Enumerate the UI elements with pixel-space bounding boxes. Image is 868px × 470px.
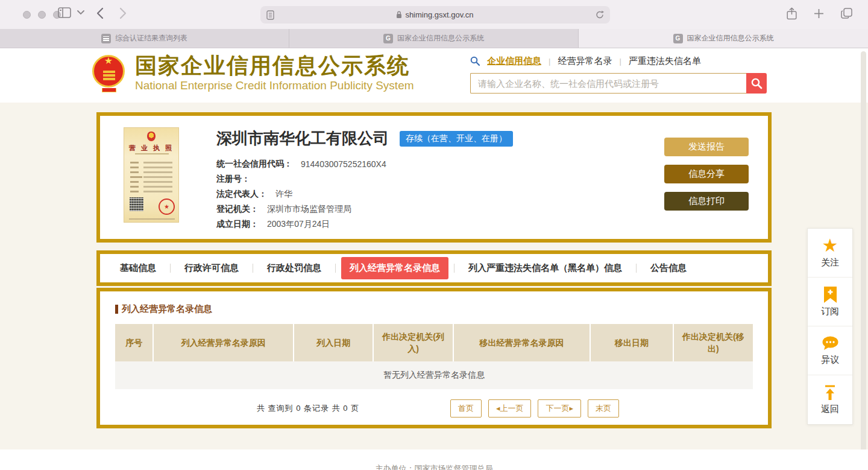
col-list-authority: 作出决定机关(列入) xyxy=(373,324,453,361)
browser-tab-bar: 综合认证结果查询列表 G 国家企业信用信息公示系统 G 国家企业信用信息公示系统 xyxy=(0,29,868,48)
back-button[interactable] xyxy=(96,7,104,19)
section-tab-bar: 基础信息 行政许可信息 行政处罚信息 列入经营异常名录信息 列入严重违法失信名单… xyxy=(96,250,772,286)
tab-title: 国家企业信用信息公示系统 xyxy=(687,33,774,43)
col-list-reason: 列入经营异常名录原因 xyxy=(153,324,294,361)
col-list-date: 列入日期 xyxy=(294,324,373,361)
site-title: 国家企业信用信息公示系统 xyxy=(135,54,414,78)
table-header-row: 序号 列入经营异常名录原因 列入日期 作出决定机关(列入) 移出经营异常名录原因… xyxy=(115,324,753,361)
info-share-button[interactable]: 信息分享 xyxy=(664,165,749,183)
license-qr-code xyxy=(130,197,143,211)
col-seq: 序号 xyxy=(115,324,153,361)
col-remove-authority: 作出决定机关(移出) xyxy=(673,324,753,361)
nav-link-enterprise-credit[interactable]: 企业信用信息 xyxy=(487,56,541,67)
site-footer: 主办单位：国家市场监督管理总局 xyxy=(0,449,868,470)
floating-action-widget: ★ 关注 订阅 异议 返回 xyxy=(807,228,853,425)
prev-page-button[interactable]: ◂上一页 xyxy=(488,399,532,418)
browser-tab-2[interactable]: G 国家企业信用信息公示系统 xyxy=(289,29,579,48)
title-marker xyxy=(115,305,118,314)
enterprise-search-input[interactable] xyxy=(470,73,746,94)
back-to-top-icon xyxy=(823,385,837,401)
send-report-button[interactable]: 发送报告 xyxy=(664,138,749,156)
tab-admin-license[interactable]: 行政许可信息 xyxy=(176,257,247,279)
tab-announcement[interactable]: 公告信息 xyxy=(642,257,695,279)
tab-favicon-g-icon: G xyxy=(673,34,683,43)
company-name: 深圳市南华化工有限公司 xyxy=(216,128,389,149)
browser-toolbar: shiming.gsxt.gov.cn xyxy=(0,0,868,29)
tab-abnormal-operation-active[interactable]: 列入经营异常名录信息 xyxy=(341,257,448,279)
abnormal-operation-panel: 列入经营异常名录信息 序号 列入经营异常名录原因 列入日期 作出决定机关(列入)… xyxy=(96,288,772,428)
tab-basic-info[interactable]: 基础信息 xyxy=(112,257,165,279)
browser-tab-3-active[interactable]: G 国家企业信用信息公示系统 xyxy=(579,29,868,48)
url-text: shiming.gsxt.gov.cn xyxy=(405,10,473,19)
table-empty-row: 暂无列入经营异常名录信息 xyxy=(115,361,753,389)
chat-bubble-icon xyxy=(822,336,839,351)
search-scope-icon xyxy=(470,56,480,66)
tls-lock-icon xyxy=(396,11,402,19)
nav-link-illegal-list[interactable]: 严重违法失信名单 xyxy=(629,56,701,67)
tab-title: 国家企业信用信息公示系统 xyxy=(397,33,484,43)
search-icon xyxy=(750,77,763,89)
field-establish-date: 成立日期： 2003年07月24日 xyxy=(216,217,768,232)
license-red-seal: ★ xyxy=(159,198,175,215)
company-summary-card: 营 业 执 照 ★ 深圳市南华化工有限公司 存续（在营、开业、在册） xyxy=(96,112,772,243)
search-button[interactable] xyxy=(746,73,767,94)
forward-button[interactable] xyxy=(119,7,127,19)
bookmark-plus-icon xyxy=(823,287,838,303)
last-page-button[interactable]: 末页 xyxy=(588,399,619,418)
follow-button[interactable]: ★ 关注 xyxy=(808,229,852,278)
header-nav: 企业信用信息 | 经营异常名录 | 严重违法失信名单 xyxy=(470,54,767,68)
close-window-button[interactable] xyxy=(23,11,31,19)
browser-tab-1[interactable]: 综合认证结果查询列表 xyxy=(0,29,289,48)
star-icon: ★ xyxy=(822,237,838,254)
tab-admin-penalty[interactable]: 行政处罚信息 xyxy=(259,257,330,279)
sidebar-toggle-icon[interactable] xyxy=(58,7,71,18)
license-emblem-icon xyxy=(147,132,156,141)
col-remove-reason: 移出经营异常名录原因 xyxy=(453,324,590,361)
abnormal-operation-table: 序号 列入经营异常名录原因 列入日期 作出决定机关(列入) 移出经营异常名录原因… xyxy=(115,324,753,389)
web-page: ★ 国家企业信用信息公示系统 National Enterprise Credi… xyxy=(0,49,868,470)
site-subtitle: National Enterprise Credit Information P… xyxy=(135,79,414,92)
business-license-thumbnail[interactable]: 营 业 执 照 ★ xyxy=(124,127,179,223)
footer-text: 主办单位：国家市场监督管理总局 xyxy=(0,463,868,470)
address-bar[interactable]: shiming.gsxt.gov.cn xyxy=(260,6,610,24)
result-summary: 共 查询到 0 条记录 共 0 页 xyxy=(257,403,359,414)
minimize-window-button[interactable] xyxy=(38,11,46,19)
empty-message: 暂无列入经营异常名录信息 xyxy=(115,361,753,389)
license-title: 营 业 执 照 xyxy=(124,144,178,153)
share-icon[interactable] xyxy=(787,7,797,20)
tab-favicon-list-icon xyxy=(101,34,111,43)
nav-link-abnormal-list[interactable]: 经营异常名录 xyxy=(558,56,612,67)
next-page-button[interactable]: 下一页▸ xyxy=(538,399,581,418)
subscribe-button[interactable]: 订阅 xyxy=(808,278,852,326)
company-status-badge: 存续（在营、开业、在册） xyxy=(400,131,513,147)
reload-icon[interactable] xyxy=(596,10,604,19)
tab-serious-illegal[interactable]: 列入严重违法失信名单（黑名单）信息 xyxy=(460,257,631,279)
back-to-top-button[interactable]: 返回 xyxy=(808,375,852,424)
pagination: 共 查询到 0 条记录 共 0 页 首页 ◂上一页 下一页▸ 末页 xyxy=(115,399,753,418)
tab-favicon-g-icon: G xyxy=(383,34,393,43)
col-remove-date: 移出日期 xyxy=(590,324,673,361)
site-header: ★ 国家企业信用信息公示系统 National Enterprise Credi… xyxy=(0,49,868,103)
reader-view-icon[interactable] xyxy=(266,10,274,20)
panel-title: 列入经营异常名录信息 xyxy=(115,303,753,315)
info-print-button[interactable]: 信息打印 xyxy=(664,192,749,211)
chevron-down-icon[interactable] xyxy=(77,10,84,15)
new-tab-icon[interactable] xyxy=(814,8,824,19)
tab-title: 综合认证结果查询列表 xyxy=(115,33,187,43)
dispute-button[interactable]: 异议 xyxy=(808,326,852,375)
first-page-button[interactable]: 首页 xyxy=(450,399,482,418)
tab-overview-icon[interactable] xyxy=(841,8,852,19)
page-scrollbar[interactable] xyxy=(861,51,866,468)
window-controls xyxy=(23,11,61,19)
national-emblem-logo: ★ xyxy=(92,54,127,92)
